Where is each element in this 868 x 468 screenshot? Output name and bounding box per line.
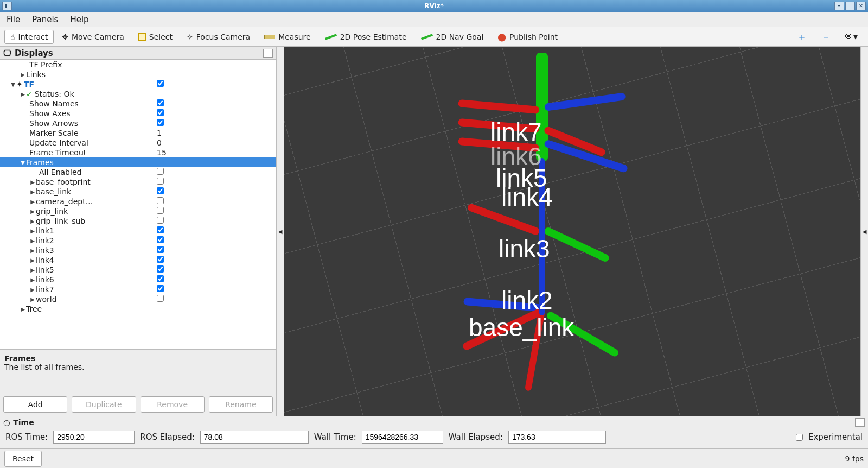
tree-item-base-footprint[interactable]: ▶base_footprint [0, 177, 276, 187]
wall-elapsed-field[interactable] [508, 431, 606, 444]
nav-goal-button[interactable]: 2D Nav Goal [415, 30, 490, 44]
tree-item-tf-prefix[interactable]: TF Prefix [0, 60, 276, 69]
move-camera-button[interactable]: ✥ Move Camera [56, 30, 130, 44]
link3-checkbox[interactable] [157, 246, 164, 253]
add-button[interactable]: Add [3, 396, 67, 413]
tree-item-link6[interactable]: ▶link6 [0, 275, 276, 284]
duplicate-button[interactable]: Duplicate [72, 396, 136, 413]
camera-dept-checkbox[interactable] [157, 197, 164, 204]
tree-item-world[interactable]: ▶world [0, 294, 276, 304]
show-arrows-checkbox[interactable] [157, 119, 164, 126]
panel-restore-button[interactable] [263, 49, 273, 58]
tree-item-frames[interactable]: ▼Frames [0, 157, 276, 167]
tree-item-link2[interactable]: ▶link2 [0, 236, 276, 245]
link4-checkbox[interactable] [157, 256, 164, 263]
tree-item-show-names[interactable]: Show Names [0, 99, 276, 109]
ruler-icon [264, 35, 275, 39]
wall-time-field[interactable] [362, 431, 443, 444]
tree-item-link4[interactable]: ▶link4 [0, 255, 276, 265]
tree-item-link1[interactable]: ▶link1 [0, 226, 276, 236]
tree-item-link3[interactable]: ▶link3 [0, 245, 276, 255]
focus-camera-label: Focus Camera [196, 33, 250, 41]
tree-item-all-enabled[interactable]: All Enabled [0, 167, 276, 177]
3d-view[interactable]: ◀ link7 link6 link5 link4 [277, 47, 868, 416]
right-splitter[interactable]: ◀ [860, 47, 868, 416]
experimental-label: Experimental [808, 432, 863, 442]
tree-item-show-axes[interactable]: Show Axes [0, 109, 276, 118]
minimize-button[interactable]: – [834, 2, 844, 10]
link7-checkbox[interactable] [157, 285, 164, 292]
tree-item-marker-scale[interactable]: Marker Scale1 [0, 128, 276, 138]
grip-link-sub-checkbox[interactable] [157, 217, 164, 224]
tree-item-tf[interactable]: ▼✦TF [0, 79, 276, 89]
description-box: Frames The list of all frames. [0, 349, 276, 393]
add-display-button[interactable]: ＋ [791, 28, 813, 46]
tree-item-update-interval[interactable]: Update Interval0 [0, 138, 276, 148]
remove-button[interactable]: Remove [141, 396, 205, 413]
grip-link-checkbox[interactable] [157, 207, 164, 214]
close-button[interactable]: ✕ [856, 2, 866, 10]
remove-display-button[interactable]: － [815, 28, 837, 46]
base-link-checkbox[interactable] [157, 187, 164, 194]
tree-item-show-arrows[interactable]: Show Arrows [0, 118, 276, 128]
tree-item-camera-dept[interactable]: ▶camera_dept... [0, 197, 276, 206]
arrow-green-icon [420, 34, 432, 40]
maximize-button[interactable]: □ [845, 2, 855, 10]
tree-item-link7[interactable]: ▶link7 [0, 284, 276, 294]
link6-checkbox[interactable] [157, 275, 164, 282]
tree-item-links[interactable]: ▶Links [0, 69, 276, 79]
measure-button[interactable]: Measure [258, 30, 317, 44]
ros-elapsed-field[interactable] [200, 431, 309, 444]
tf-checkbox[interactable] [157, 80, 164, 87]
interact-label: Interact [18, 33, 48, 41]
interact-button[interactable]: ☝ Interact [4, 30, 54, 44]
select-label: Select [149, 33, 173, 41]
publish-point-button[interactable]: ⬤ Publish Point [492, 30, 564, 44]
show-names-checkbox[interactable] [157, 99, 164, 106]
reset-button[interactable]: Reset [4, 451, 42, 467]
tree-item-grip-link-sub[interactable]: ▶grip_link_sub [0, 216, 276, 226]
pose-estimate-button[interactable]: 2D Pose Estimate [319, 30, 413, 44]
tree-item-status[interactable]: ▶✓Status: Ok [0, 89, 276, 99]
experimental-checkbox[interactable] [796, 434, 803, 441]
link2-checkbox[interactable] [157, 236, 164, 243]
tree-item-base-link[interactable]: ▶base_link [0, 187, 276, 197]
menu-help[interactable]: Help [70, 15, 88, 24]
move-icon: ✥ [62, 33, 68, 41]
publish-point-label: Publish Point [509, 33, 558, 41]
description-text: The list of all frames. [4, 363, 272, 371]
show-axes-checkbox[interactable] [157, 109, 164, 116]
app-icon: ◧ [2, 2, 12, 10]
time-restore-button[interactable] [855, 418, 865, 427]
tree-item-tree[interactable]: ▶Tree [0, 304, 276, 314]
fps-display: 9 fps [845, 454, 864, 463]
monitor-icon: 🖵 [3, 48, 11, 58]
wall-elapsed-label: Wall Elapsed: [449, 432, 503, 442]
frame-label-link3: link3 [499, 234, 550, 263]
left-splitter[interactable]: ◀ [277, 47, 284, 416]
ros-time-field[interactable] [53, 431, 135, 444]
toolbar: ☝ Interact ✥ Move Camera Select ✧ Focus … [0, 27, 868, 47]
description-title: Frames [4, 354, 272, 363]
window-title: RViz* [424, 2, 444, 10]
link5-checkbox[interactable] [157, 265, 164, 273]
ros-elapsed-label: ROS Elapsed: [140, 432, 195, 442]
displays-tree[interactable]: TF Prefix ▶Links ▼✦TF ▶✓Status: Ok Show … [0, 60, 276, 349]
pose-estimate-label: 2D Pose Estimate [340, 33, 407, 41]
tree-item-link5[interactable]: ▶link5 [0, 265, 276, 275]
link1-checkbox[interactable] [157, 226, 164, 233]
menubar: File Panels Help [0, 12, 868, 27]
base-footprint-checkbox[interactable] [157, 178, 164, 185]
menu-file[interactable]: File [7, 15, 20, 24]
tree-item-grip-link[interactable]: ▶grip_link [0, 206, 276, 216]
world-checkbox[interactable] [157, 295, 164, 302]
select-button[interactable]: Select [132, 30, 178, 44]
rename-button[interactable]: Rename [209, 396, 273, 413]
view-toggle-button[interactable]: 👁▾ [839, 29, 864, 45]
focus-camera-button[interactable]: ✧ Focus Camera [181, 30, 256, 44]
tree-item-frame-timeout[interactable]: Frame Timeout15 [0, 148, 276, 157]
ros-time-label: ROS Time: [5, 432, 48, 442]
hand-icon: ☝ [10, 33, 15, 41]
all-enabled-checkbox[interactable] [157, 168, 164, 175]
menu-panels[interactable]: Panels [32, 15, 58, 24]
